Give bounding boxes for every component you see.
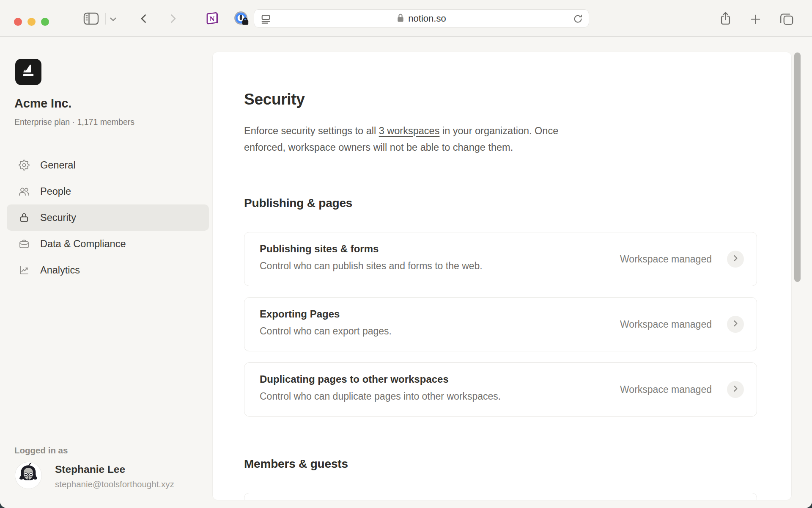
close-button[interactable] xyxy=(14,18,22,26)
section-heading-members-guests: Members & guests xyxy=(244,456,757,472)
minimize-button[interactable] xyxy=(27,18,36,26)
setting-card-duplicating-pages-to-other-workspaces[interactable]: Duplicating pages to other workspacesCon… xyxy=(244,362,757,417)
forward-button[interactable] xyxy=(168,14,178,24)
onepassword-extension-icon[interactable] xyxy=(233,11,250,27)
lock-icon xyxy=(19,212,30,223)
chart-icon xyxy=(19,265,30,276)
card-value: Workspace managed xyxy=(620,254,712,265)
sidebar-item-general[interactable]: General xyxy=(7,152,209,178)
workspace-plan: Enterprise plan · 1,171 members xyxy=(14,117,134,127)
new-tab-icon[interactable] xyxy=(750,14,761,25)
url-text: notion.so xyxy=(408,13,446,24)
setting-card-publishing-sites-forms[interactable]: Publishing sites & formsControl who can … xyxy=(244,232,757,286)
chevron-right-icon xyxy=(731,254,740,264)
toolbar-divider xyxy=(105,13,106,25)
scrollbar-thumb[interactable] xyxy=(794,52,801,282)
chevron-right-icon xyxy=(731,319,740,329)
page-description: Enforce security settings to all 3 works… xyxy=(244,123,757,156)
share-icon[interactable] xyxy=(719,11,732,26)
sailboat-icon xyxy=(20,63,37,81)
notion-extension-icon[interactable]: N xyxy=(205,11,219,26)
sidebar-nav: GeneralPeopleSecurityData & ComplianceAn… xyxy=(7,152,209,283)
tab-overview-icon[interactable] xyxy=(779,13,794,25)
fullscreen-button[interactable] xyxy=(41,18,49,26)
workspace-logo xyxy=(15,59,41,85)
sidebar-item-label: General xyxy=(40,160,76,171)
card-description: Control who can publish sites and forms … xyxy=(260,260,668,272)
chevron-down-icon[interactable] xyxy=(110,17,117,22)
sidebar-item-people[interactable]: People xyxy=(7,178,209,204)
page-content: Acme Inc. Enterprise plan · 1,171 member… xyxy=(0,37,812,508)
user-email: stephanie@toolsforthought.xyz xyxy=(55,479,174,489)
description-text: Enforce security settings to all xyxy=(244,125,379,136)
briefcase-icon xyxy=(19,238,30,249)
chevron-right-button[interactable] xyxy=(727,251,744,268)
gear-icon xyxy=(19,160,30,171)
settings-panel-inner: Security Enforce security settings to al… xyxy=(213,52,757,500)
people-icon xyxy=(19,186,30,197)
sidebar-item-label: Security xyxy=(40,212,76,224)
user-name: Stephanie Lee xyxy=(55,464,174,475)
card-value: Workspace managed xyxy=(620,319,712,330)
address-bar[interactable]: notion.so xyxy=(254,9,589,28)
setting-card[interactable] xyxy=(244,493,757,500)
setting-card-exporting-pages[interactable]: Exporting PagesControl who can export pa… xyxy=(244,297,757,351)
card-title: Duplicating pages to other workspaces xyxy=(260,373,668,385)
tls-lock-icon xyxy=(397,13,404,24)
card-description: Control who can export pages. xyxy=(260,326,668,337)
sidebar-toggle-icon[interactable] xyxy=(83,12,99,25)
cards-group: Publishing sites & formsControl who can … xyxy=(244,232,757,417)
card-title: Exporting Pages xyxy=(260,308,668,320)
reload-icon[interactable] xyxy=(573,14,583,26)
user-avatar xyxy=(15,462,41,489)
svg-text:N: N xyxy=(209,15,214,23)
sections-container: Publishing & pagesPublishing sites & for… xyxy=(244,196,757,500)
description-text: enforced, workspace owners will not be a… xyxy=(244,142,513,153)
logged-in-as-label: Logged in as xyxy=(14,445,68,456)
card-title: Publishing sites & forms xyxy=(260,243,668,255)
chevron-right-button[interactable] xyxy=(727,381,744,398)
chevron-right-icon xyxy=(731,384,740,395)
sidebar-item-analytics[interactable]: Analytics xyxy=(7,257,209,283)
browser-toolbar: N notion.so xyxy=(0,0,812,37)
card-value: Workspace managed xyxy=(620,384,712,395)
browser-window: N notion.so Acme Inc. Enterprise plan · … xyxy=(0,0,812,508)
settings-panel: Security Enforce security settings to al… xyxy=(213,52,791,500)
sidebar-item-label: People xyxy=(40,186,71,197)
back-button[interactable] xyxy=(139,14,148,24)
workspace-name: Acme Inc. xyxy=(14,97,71,110)
workspaces-link[interactable]: 3 workspaces xyxy=(379,125,440,136)
address-bar-center: notion.so xyxy=(254,10,589,27)
section-heading-publishing-pages: Publishing & pages xyxy=(244,196,757,211)
chevron-right-button[interactable] xyxy=(727,316,744,333)
sidebar-item-data-compliance[interactable]: Data & Compliance xyxy=(7,231,209,257)
sidebar-item-label: Data & Compliance xyxy=(40,238,126,250)
sidebar-item-label: Analytics xyxy=(40,265,80,276)
card-description: Control who can duplicate pages into oth… xyxy=(260,391,668,402)
page-title: Security xyxy=(244,90,757,109)
user-identity: Stephanie Lee stephanie@toolsforthought.… xyxy=(55,462,174,489)
cards-group xyxy=(244,493,757,500)
logged-in-user: Stephanie Lee stephanie@toolsforthought.… xyxy=(15,462,174,489)
sidebar-item-security[interactable]: Security xyxy=(7,204,209,231)
description-text: in your organization. Once xyxy=(439,125,558,136)
